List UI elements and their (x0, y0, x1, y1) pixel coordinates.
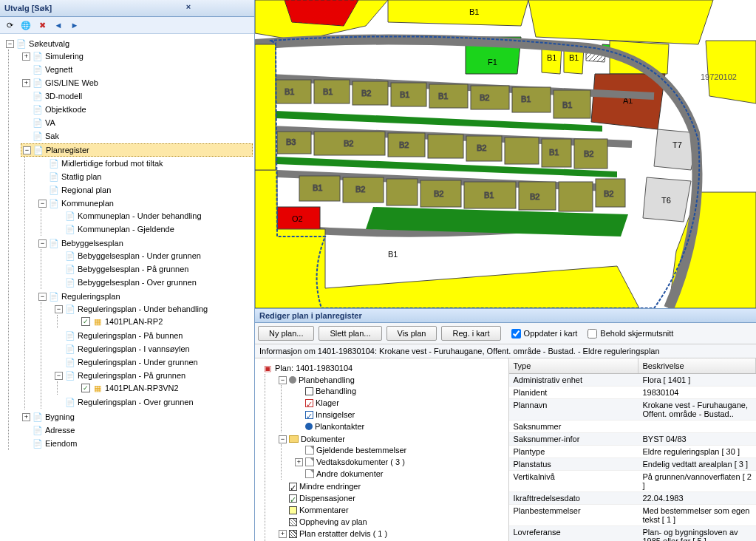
tree-leaf[interactable]: 1401PLAN-RP3VN2 (105, 384, 179, 392)
table-row[interactable]: VertikalnivåPå grunnen/vannoverflaten [ … (509, 471, 757, 492)
svg-text:B3: B3 (286, 137, 296, 146)
expander-icon[interactable]: − (55, 305, 63, 313)
tree-item[interactable]: Reguleringsplan - Under behandling (78, 304, 208, 313)
tree-item[interactable]: Statlig plan (61, 172, 101, 181)
tree-item[interactable]: Innsigelser (316, 410, 355, 419)
tree-item[interactable]: Reguleringsplan - På grunnen (78, 371, 185, 380)
tree-item[interactable]: Andre dokumenter (316, 469, 384, 478)
search-tree[interactable]: −📄Søkeutvalg +📄Simulering 📄Vegnett +📄GIS… (0, 34, 254, 541)
tree-root[interactable]: Søkeutvalg (29, 39, 69, 48)
tree-item[interactable]: Reguleringsplan - Over grunnen (78, 398, 194, 406)
delete-icon[interactable]: ✖ (35, 18, 49, 32)
tree-item[interactable]: Dokumenter (301, 435, 345, 443)
table-row[interactable]: Ikrafttredelsesdato22.04.1983 (509, 492, 757, 505)
table-row[interactable]: PlanstatusEndelig vedtatt arealplan [ 3 … (509, 458, 757, 471)
expander-icon[interactable]: − (6, 40, 14, 48)
plan-detail-tree[interactable]: ▣Plan: 1401-19830104 −Planbehandling Beh… (255, 358, 509, 541)
doc-icon: 📄 (49, 171, 59, 182)
tree-item[interactable]: Sak (45, 132, 59, 140)
expander-icon[interactable]: − (279, 435, 287, 443)
update-map-checkbox[interactable]: Oppdater i kart (511, 329, 578, 338)
show-plan-button[interactable]: Vis plan (386, 326, 437, 341)
table-row[interactable]: LovreferansePlan- og bygningsloven av 19… (509, 526, 757, 541)
table-row[interactable]: PlantypeEldre reguleringsplan [ 30 ] (509, 446, 757, 458)
tree-item[interactable]: 3D-modell (45, 92, 82, 101)
forward-icon[interactable]: ► (68, 18, 81, 32)
col-header-type[interactable]: Type (509, 358, 638, 373)
expander-icon[interactable]: − (55, 372, 63, 380)
tree-item[interactable]: Kommuneplan - Under behandling (78, 211, 202, 220)
tree-item[interactable]: Regional plan (61, 186, 111, 194)
table-row[interactable]: Planident19830104 (509, 387, 757, 399)
tree-item[interactable]: Oppheving av plan (299, 517, 367, 526)
tree-item[interactable]: Plan erstatter delvis ( 1 ) (299, 529, 387, 538)
expander-icon[interactable]: + (22, 52, 30, 61)
tree-item[interactable]: Planbehandling (299, 375, 355, 384)
svg-text:B2: B2 (355, 185, 365, 194)
tree-item[interactable]: VA (45, 118, 55, 127)
refresh-icon[interactable]: ⟳ (3, 18, 16, 32)
expander-icon[interactable]: + (22, 79, 30, 87)
tree-item[interactable]: Kommuneplan (61, 199, 114, 208)
tree-item[interactable]: Klager (316, 398, 339, 407)
tree-item[interactable]: Eiendom (45, 439, 77, 448)
delete-plan-button[interactable]: Slett plan... (319, 326, 381, 341)
col-header-desc[interactable]: Beskrivelse (638, 358, 757, 373)
expander-icon[interactable]: − (279, 376, 287, 384)
tree-item[interactable]: Mindre endringer (299, 482, 361, 491)
svg-text:B2: B2 (361, 89, 371, 98)
tree-item[interactable]: Simulering (45, 52, 84, 61)
cell-desc: 22.04.1983 (638, 492, 757, 504)
expander-icon[interactable]: − (38, 293, 47, 301)
close-icon[interactable]: × (127, 2, 250, 14)
checkbox-icon[interactable] (81, 384, 90, 392)
keep-extent-checkbox[interactable]: Behold skjermutsnitt (588, 329, 673, 338)
tree-item[interactable]: GIS/LINE Web (45, 78, 98, 87)
tree-item[interactable]: Plankontakter (315, 422, 364, 431)
tree-item[interactable]: Adresse (45, 426, 75, 435)
tree-item[interactable]: Reguleringsplan - Under grunnen (78, 358, 198, 367)
table-row[interactable]: PlannavnKrokane vest - Furuhaugane, Offe… (509, 399, 757, 421)
checkbox-icon[interactable] (81, 317, 90, 326)
tree-item[interactable]: Bygning (45, 412, 75, 421)
table-row[interactable]: Administrativ enhetFlora [ 1401 ] (509, 374, 757, 387)
expander-icon[interactable]: + (22, 413, 30, 421)
new-plan-button[interactable]: Ny plan... (258, 326, 314, 341)
tree-item[interactable]: Bebyggelsesplan (61, 239, 123, 248)
tree-item[interactable]: Reguleringsplan - I vannsøylen (78, 344, 190, 353)
checkbox-icon[interactable] (588, 329, 597, 338)
back-icon[interactable]: ◄ (52, 18, 65, 32)
tree-item[interactable]: Kommentarer (299, 506, 349, 514)
expander-icon[interactable]: − (38, 200, 47, 208)
tree-item[interactable]: Bebyggelsesplan - På grunnen (78, 265, 188, 273)
reg-map-button[interactable]: Reg. i kart (441, 326, 500, 341)
tree-item[interactable]: Midlertidige forbud mot tiltak (61, 159, 163, 168)
tree-item[interactable]: Bebyggelsesplan - Over grunnen (78, 278, 197, 287)
tree-item-planregister[interactable]: Planregister (46, 146, 89, 154)
expander-icon[interactable]: − (38, 239, 47, 248)
expander-icon[interactable]: + (295, 458, 303, 466)
expander-icon[interactable]: + (279, 530, 287, 538)
map-canvas[interactable]: B1 F1 F2 B2 B1 B1 A1 T7 T6 (255, 0, 756, 308)
tree-item[interactable]: Kommuneplan - Gjeldende (78, 225, 174, 234)
tree-item[interactable]: Objektkode (45, 105, 86, 114)
tree-item[interactable]: Vegnett (45, 65, 72, 74)
tree-leaf[interactable]: 1401PLAN-RP2 (105, 317, 163, 326)
properties-table[interactable]: Type Beskrivelse Administrativ enhetFlor… (509, 358, 757, 541)
table-row[interactable]: PlanbestemmelserMed bestemmelser som ege… (509, 505, 757, 526)
doc-icon: 📄 (33, 425, 43, 435)
button-row: Ny plan... Slett plan... Vis plan Reg. i… (255, 323, 756, 344)
table-row[interactable]: Saksnummer-inforBYST 04/83 (509, 433, 757, 446)
globe-icon[interactable]: 🌐 (19, 18, 33, 32)
expander-icon[interactable]: − (23, 146, 31, 154)
checkbox-icon[interactable] (511, 329, 521, 338)
table-row[interactable]: Saksnummer (509, 421, 757, 433)
tree-item[interactable]: Reguleringsplan (61, 292, 120, 301)
tree-item[interactable]: Vedtaksdokumenter ( 3 ) (316, 457, 405, 466)
tree-root[interactable]: Plan: 1401-19830104 (275, 364, 353, 372)
tree-item[interactable]: Reguleringsplan - På bunnen (78, 331, 183, 340)
tree-item[interactable]: Behandling (316, 387, 356, 395)
tree-item[interactable]: Bebyggelsesplan - Under grunnen (78, 251, 201, 260)
tree-item[interactable]: Gjeldende bestemmelser (316, 446, 406, 455)
tree-item[interactable]: Dispensasjoner (299, 494, 355, 503)
